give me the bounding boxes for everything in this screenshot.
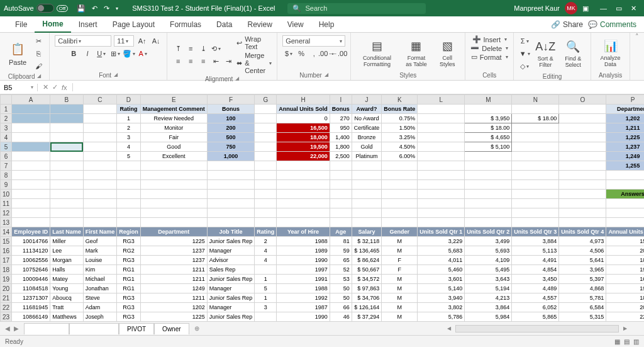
cell[interactable]: 1,000 [207, 152, 255, 161]
cell[interactable] [117, 180, 141, 190]
cell[interactable] [83, 171, 117, 180]
cell[interactable]: 52 [330, 265, 352, 275]
cell[interactable] [465, 180, 512, 190]
cell[interactable] [207, 199, 255, 208]
cell[interactable]: 15,585 [606, 237, 644, 246]
cell[interactable]: 4 [255, 256, 277, 265]
cell[interactable]: 1988 [277, 284, 330, 293]
cell[interactable]: 1 [117, 114, 141, 123]
cell[interactable]: Adam [83, 303, 117, 312]
cell[interactable] [140, 171, 207, 180]
accounting-icon[interactable]: $▾ [283, 48, 294, 59]
cell[interactable]: Management Comment [140, 105, 207, 114]
cell[interactable]: Gender [382, 227, 418, 237]
name-box[interactable]: B5▾ [0, 84, 38, 91]
cell[interactable] [50, 105, 84, 114]
cell[interactable] [12, 180, 50, 190]
cell[interactable] [50, 171, 84, 180]
cell[interactable] [117, 208, 141, 218]
cell[interactable] [140, 161, 207, 171]
cell[interactable]: 4,213 [465, 293, 512, 303]
cell[interactable]: 2 [255, 237, 277, 246]
cell[interactable]: 66 [330, 303, 352, 312]
cell[interactable] [12, 142, 50, 152]
find-select-button[interactable]: 🔍Find & Select [560, 36, 586, 71]
cell[interactable]: RG3 [117, 256, 141, 265]
cell[interactable] [117, 190, 141, 199]
cell[interactable]: 5,495 [465, 265, 512, 275]
cell[interactable] [277, 199, 330, 208]
cell[interactable]: Joseph [83, 312, 117, 322]
cell[interactable] [382, 218, 418, 227]
cell[interactable]: Year of Hire [277, 227, 330, 237]
row-header[interactable]: 7 [1, 161, 12, 171]
cell[interactable] [559, 142, 606, 152]
cell[interactable] [207, 218, 255, 227]
cell[interactable] [12, 190, 50, 199]
cell[interactable]: Tratt [50, 303, 84, 312]
cell[interactable]: 4,557 [512, 293, 559, 303]
col-header[interactable]: O [559, 95, 606, 105]
cell[interactable]: Junior Sales Rep [207, 237, 255, 246]
cell[interactable] [277, 208, 330, 218]
cell[interactable]: M [382, 275, 418, 284]
orientation-icon[interactable]: ⟲▾ [210, 43, 221, 54]
cell[interactable]: $ 34,572 [352, 275, 382, 284]
share-button[interactable]: 🔗Share [551, 20, 583, 29]
insert-cells-button[interactable]: ➕Insert▾ [472, 35, 508, 43]
fx-icon[interactable]: fx [62, 84, 67, 91]
cell[interactable]: Rating [255, 227, 277, 237]
row-header[interactable]: 22 [1, 303, 12, 312]
cell[interactable]: 0 [277, 114, 330, 123]
cell[interactable]: 19,500 [277, 142, 330, 152]
cell[interactable]: $ 136,465 [352, 246, 382, 256]
cell[interactable] [255, 114, 277, 123]
cell[interactable] [382, 180, 418, 190]
tab-help[interactable]: Help [311, 16, 342, 33]
cell[interactable]: 3 [117, 133, 141, 142]
cell[interactable]: 6,052 [512, 303, 559, 312]
cell[interactable]: Advisor [207, 256, 255, 265]
cell[interactable] [418, 190, 465, 199]
cell[interactable]: 18,000 [277, 133, 330, 142]
cell[interactable]: Last Name [50, 227, 84, 237]
cell[interactable] [352, 218, 382, 227]
cell[interactable] [330, 208, 352, 218]
cell[interactable]: Lee [50, 246, 84, 256]
number-launcher-icon[interactable]: ◢ [325, 72, 328, 79]
tab-file[interactable]: File [8, 16, 35, 33]
qat-customize-icon[interactable]: ▾ [116, 6, 118, 11]
cell[interactable]: Junior Sales Rep [207, 293, 255, 303]
cell[interactable] [330, 199, 352, 208]
cell[interactable]: 16,500 [277, 123, 330, 133]
cell[interactable] [255, 123, 277, 133]
sheet-tab-owner[interactable]: Owner [154, 323, 189, 334]
cell[interactable] [559, 161, 606, 171]
cell[interactable] [418, 161, 465, 171]
font-launcher-icon[interactable]: ◢ [114, 72, 118, 79]
cell[interactable] [255, 199, 277, 208]
cell[interactable] [352, 208, 382, 218]
cell[interactable]: $ 32,118 [352, 237, 382, 246]
cell[interactable]: 1,800 [330, 142, 352, 152]
cell[interactable]: Louise [83, 256, 117, 265]
cell[interactable]: 3,643 [465, 275, 512, 284]
cell[interactable]: 10752646 [12, 265, 50, 275]
cell[interactable] [83, 133, 117, 142]
cell[interactable] [140, 208, 207, 218]
cell[interactable] [255, 265, 277, 275]
cell[interactable]: 1,249 [606, 152, 644, 161]
cell[interactable] [83, 161, 117, 171]
cell[interactable]: Bonus [330, 105, 352, 114]
cell[interactable]: $ 50,667 [352, 265, 382, 275]
cell[interactable] [255, 180, 277, 190]
cell[interactable] [418, 199, 465, 208]
row-header[interactable]: 4 [1, 133, 12, 142]
cell[interactable]: 1,255 [606, 161, 644, 171]
cell[interactable]: Age [330, 227, 352, 237]
align-right-icon[interactable]: ≡ [197, 55, 209, 67]
cell[interactable]: 5,460 [418, 265, 465, 275]
cell[interactable] [83, 208, 117, 218]
cell[interactable]: 5 [117, 152, 141, 161]
cell[interactable] [606, 218, 644, 227]
